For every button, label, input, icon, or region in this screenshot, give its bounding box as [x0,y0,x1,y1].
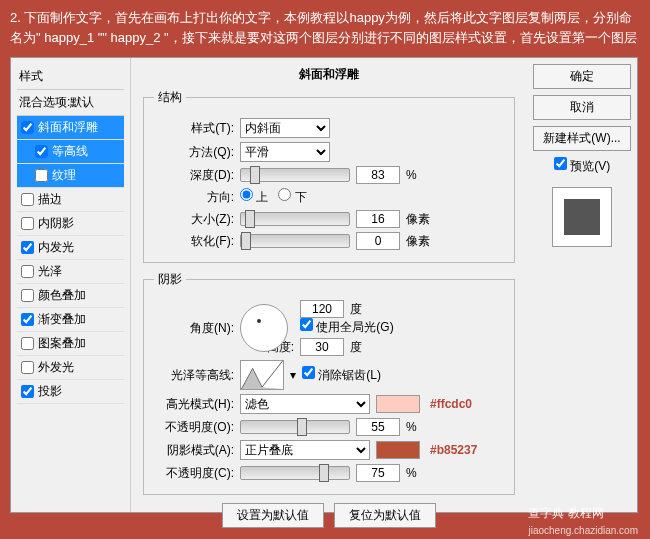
style-checkbox[interactable] [21,361,34,374]
cancel-button[interactable]: 取消 [533,95,631,120]
soften-slider[interactable] [240,234,350,248]
shadow-opacity-input[interactable] [356,464,400,482]
method-label: 方法(Q): [154,144,234,161]
style-item-label: 内发光 [38,239,74,256]
style-item-颜色叠加[interactable]: 颜色叠加 [17,284,124,308]
style-checkbox[interactable] [21,313,34,326]
style-item-label: 斜面和浮雕 [38,119,98,136]
style-item-等高线[interactable]: 等高线 [17,140,124,164]
style-select[interactable]: 内斜面 [240,118,330,138]
style-list: 斜面和浮雕等高线纹理描边内阴影内发光光泽颜色叠加渐变叠加图案叠加外发光投影 [17,116,124,404]
style-item-label: 光泽 [38,263,62,280]
antialias-checkbox[interactable]: 消除锯齿(L) [302,366,381,384]
style-checkbox[interactable] [21,241,34,254]
direction-down[interactable]: 下 [278,188,306,206]
style-item-label: 颜色叠加 [38,287,86,304]
style-item-投影[interactable]: 投影 [17,380,124,404]
degree-unit: 度 [350,301,362,318]
style-item-label: 等高线 [52,143,88,160]
shadow-color-swatch[interactable] [376,441,420,459]
highlight-mode-label: 高光模式(H): [154,396,234,413]
depth-slider[interactable] [240,168,350,182]
styles-title: 样式 [17,64,124,90]
style-item-label: 外发光 [38,359,74,376]
shadow-mode-label: 阴影模式(A): [154,442,234,459]
ok-button[interactable]: 确定 [533,64,631,89]
style-item-描边[interactable]: 描边 [17,188,124,212]
direction-label: 方向: [154,189,234,206]
shadow-opacity-label: 不透明度(C): [154,465,234,482]
highlight-opacity-input[interactable] [356,418,400,436]
style-item-外发光[interactable]: 外发光 [17,356,124,380]
px-unit-2: 像素 [406,233,430,250]
structure-legend: 结构 [154,89,186,106]
style-checkbox[interactable] [35,145,48,158]
gloss-contour-label: 光泽等高线: [154,367,234,384]
style-checkbox[interactable] [21,289,34,302]
style-item-label: 描边 [38,191,62,208]
soften-input[interactable] [356,232,400,250]
style-item-图案叠加[interactable]: 图案叠加 [17,332,124,356]
instruction-text: 2. 下面制作文字，首先在画布上打出你的文字，本例教程以happy为例，然后将此… [0,0,650,55]
style-item-内阴影[interactable]: 内阴影 [17,212,124,236]
gloss-contour-picker[interactable] [240,360,284,390]
new-style-button[interactable]: 新建样式(W)... [533,126,631,151]
angle-label: 角度(N): [154,320,234,337]
highlight-opacity-slider[interactable] [240,420,350,434]
preview-checkbox[interactable]: 预览(V) [533,157,631,175]
panel-heading: 斜面和浮雕 [143,66,515,83]
preview-thumbnail [552,187,612,247]
style-label: 样式(T): [154,120,234,137]
style-item-内发光[interactable]: 内发光 [17,236,124,260]
style-checkbox[interactable] [21,385,34,398]
chevron-down-icon[interactable]: ▾ [290,368,296,382]
highlight-color-hex: #ffcdc0 [430,397,472,411]
style-checkbox[interactable] [21,265,34,278]
structure-group: 结构 样式(T): 内斜面 方法(Q): 平滑 深度(D): % 方向: 上 下 [143,89,515,263]
style-item-label: 图案叠加 [38,335,86,352]
style-item-纹理[interactable]: 纹理 [17,164,124,188]
direction-up[interactable]: 上 [240,188,268,206]
highlight-color-swatch[interactable] [376,395,420,413]
style-item-label: 纹理 [52,167,76,184]
shading-group: 阴影 角度(N): 度 使用全局光(G) 高度: 度 [143,271,515,495]
make-default-button[interactable]: 设置为默认值 [222,503,324,528]
reset-default-button[interactable]: 复位为默认值 [334,503,436,528]
shading-legend: 阴影 [154,271,186,288]
px-unit: 像素 [406,211,430,228]
style-item-光泽[interactable]: 光泽 [17,260,124,284]
style-item-渐变叠加[interactable]: 渐变叠加 [17,308,124,332]
method-select[interactable]: 平滑 [240,142,330,162]
style-item-label: 渐变叠加 [38,311,86,328]
styles-panel: 样式 混合选项:默认 斜面和浮雕等高线纹理描边内阴影内发光光泽颜色叠加渐变叠加图… [11,58,131,512]
style-item-label: 投影 [38,383,62,400]
shadow-mode-select[interactable]: 正片叠底 [240,440,370,460]
size-input[interactable] [356,210,400,228]
degree-unit-2: 度 [350,339,362,356]
percent-unit-3: % [406,466,430,480]
layer-style-dialog: 样式 混合选项:默认 斜面和浮雕等高线纹理描边内阴影内发光光泽颜色叠加渐变叠加图… [10,57,638,513]
soften-label: 软化(F): [154,233,234,250]
style-checkbox[interactable] [21,337,34,350]
style-item-斜面和浮雕[interactable]: 斜面和浮雕 [17,116,124,140]
style-checkbox[interactable] [35,169,48,182]
style-checkbox[interactable] [21,193,34,206]
shadow-color-hex: #b85237 [430,443,477,457]
depth-label: 深度(D): [154,167,234,184]
angle-control[interactable] [240,304,288,352]
global-light-checkbox[interactable]: 使用全局光(G) [300,320,394,334]
size-slider[interactable] [240,212,350,226]
style-checkbox[interactable] [21,121,34,134]
bevel-emboss-panel: 斜面和浮雕 结构 样式(T): 内斜面 方法(Q): 平滑 深度(D): % 方… [131,58,527,512]
shadow-opacity-slider[interactable] [240,466,350,480]
style-checkbox[interactable] [21,217,34,230]
watermark: 查字典 教程网jiaocheng.chazidian.com [528,505,638,537]
blending-options[interactable]: 混合选项:默认 [17,90,124,116]
size-label: 大小(Z): [154,211,234,228]
highlight-mode-select[interactable]: 滤色 [240,394,370,414]
style-item-label: 内阴影 [38,215,74,232]
highlight-opacity-label: 不透明度(O): [154,419,234,436]
angle-input[interactable] [300,300,344,318]
depth-input[interactable] [356,166,400,184]
altitude-input[interactable] [300,338,344,356]
